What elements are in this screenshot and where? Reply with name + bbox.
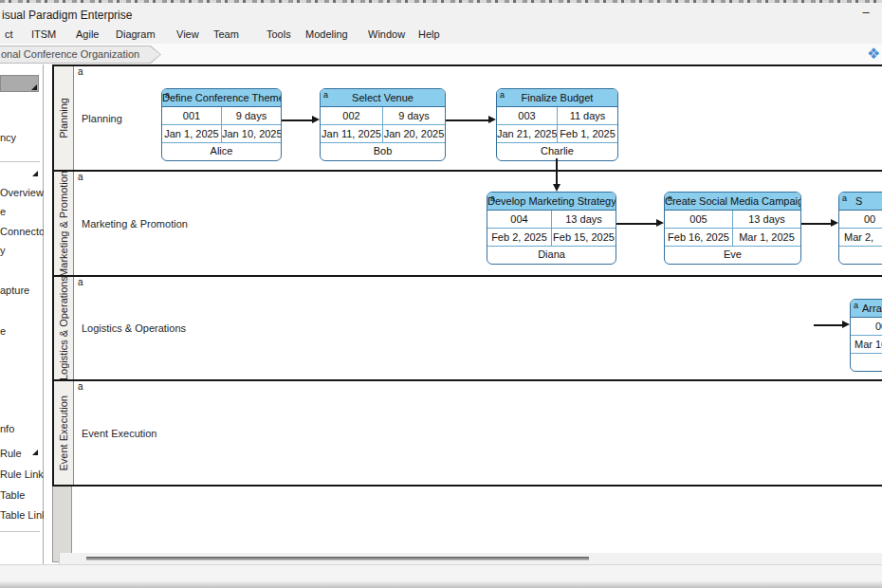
task-select-venue[interactable]: a Select Venue 002 9 days Jan 11, 2025 J…	[320, 88, 446, 161]
connector-004-005[interactable]	[616, 223, 656, 225]
task-duration: 11 days	[558, 107, 617, 124]
task-marker: a	[842, 193, 847, 203]
task-develop-marketing-strategy[interactable]: a Develop Marketing Strategy 004 13 days…	[487, 192, 616, 265]
lane-event-execution-header[interactable]: Event Execution	[54, 381, 74, 485]
task-start-date: Feb 16, 2025	[665, 229, 733, 246]
task-partial-marketing[interactable]: a S 00 Mar 2,	[838, 192, 882, 265]
lane-logistics-header[interactable]: Logistics & Operations	[54, 277, 74, 379]
task-end-date: Feb 1, 2025	[558, 125, 617, 142]
menu-window[interactable]: Window	[368, 28, 405, 40]
palette-item-overview[interactable]: Overview	[0, 187, 44, 198]
task-start-date: Mar 16	[851, 336, 882, 353]
palette-item[interactable]: e	[0, 325, 6, 337]
task-id: 001	[162, 107, 222, 124]
task-title: Finalize Budget	[497, 89, 617, 107]
palette-separator	[0, 161, 40, 162]
task-duration: 9 days	[383, 107, 445, 124]
lane-name-label: Logistics & Operations	[82, 322, 186, 334]
task-partial-logistics[interactable]: a Arra 00 Mar 16	[850, 299, 882, 372]
task-id: 005	[665, 211, 733, 228]
palette-item-connector[interactable]: Connector	[0, 226, 48, 237]
task-start-date: Jan 11, 2025	[321, 125, 383, 142]
arrowhead-icon	[488, 116, 496, 123]
menu-team[interactable]: Team	[213, 28, 239, 40]
lane-vertical-label: Logistics & Operations	[59, 277, 69, 379]
lane-vertical-label: Marketing & Promotion	[59, 172, 69, 275]
lane-marker: a	[78, 172, 83, 182]
menu-project[interactable]: ct	[5, 28, 13, 40]
task-owner	[851, 354, 882, 371]
menu-modeling[interactable]: Modeling	[305, 28, 348, 40]
menu-diagram[interactable]: Diagram	[116, 28, 156, 40]
lane-name-label: Event Execution	[82, 428, 157, 439]
task-owner: Bob	[321, 143, 445, 160]
palette-item[interactable]: y	[0, 245, 6, 256]
lane-marker: a	[78, 66, 83, 77]
horizontal-scrollbar-thumb[interactable]	[86, 557, 589, 560]
status-bar-bottom-strip	[0, 581, 882, 588]
menu-view[interactable]: View	[176, 28, 199, 40]
menu-bar: ct ITSM Agile Diagram View Team Tools Mo…	[0, 27, 882, 44]
task-end-date: Jan 20, 2025	[383, 125, 445, 142]
task-marker: a	[854, 301, 858, 310]
collaboration-icon[interactable]: ❖	[867, 45, 880, 63]
task-start-date: Feb 2, 2025	[487, 229, 552, 246]
connector-003-004[interactable]	[556, 158, 558, 184]
menu-agile[interactable]: Agile	[76, 28, 99, 40]
palette-item-table-link[interactable]: Table Link	[0, 509, 47, 521]
task-id: 002	[321, 107, 383, 124]
task-marker: a	[490, 193, 495, 203]
arrowhead-icon	[312, 116, 320, 123]
menu-itsm[interactable]: ITSM	[31, 28, 56, 40]
task-create-social-media-campaign[interactable]: a Create Social Media Campaign 005 13 da…	[664, 192, 801, 265]
task-title: Create Social Media Campaign	[665, 193, 800, 211]
diagram-tab-bar: onal Conference Organization ❖	[0, 44, 882, 64]
task-marker: a	[500, 90, 505, 100]
task-start-date: Jan 1, 2025	[162, 125, 222, 142]
lane-marker: a	[78, 277, 83, 287]
arrowhead-icon	[842, 321, 850, 328]
diagram-canvas[interactable]: Planning a Planning Marketing & Promotio…	[44, 64, 882, 564]
lane-vertical-label: Event Execution	[59, 395, 69, 471]
palette-item-dependency[interactable]: ncy	[0, 132, 16, 143]
palette-item-table[interactable]: Table	[0, 489, 25, 501]
palette-separator	[0, 531, 40, 532]
connector-002-003[interactable]	[446, 119, 488, 121]
lane-marketing-header[interactable]: Marketing & Promotion	[54, 172, 74, 275]
palette-item-rule-link[interactable]: Rule Link	[0, 469, 44, 480]
connector-005-006[interactable]	[801, 223, 831, 225]
palette-selected-tool[interactable]	[0, 75, 39, 92]
minimize-button[interactable]: –	[855, 5, 876, 24]
palette-item[interactable]: e	[0, 206, 6, 217]
palette-item-capture[interactable]: apture	[0, 285, 29, 296]
diagram-tab[interactable]: onal Conference Organization	[0, 46, 161, 64]
task-id: 004	[487, 211, 552, 228]
palette-item-rule[interactable]: Rule	[0, 448, 22, 459]
lane-event-execution[interactable]: Event Execution a Event Execution	[52, 379, 882, 487]
connector-001-002[interactable]	[282, 119, 312, 121]
palette-item-info[interactable]: nfo	[0, 423, 14, 434]
horizontal-scrollbar-track[interactable]	[59, 553, 882, 564]
arrowhead-icon	[656, 219, 664, 227]
tool-palette: ncy Overview e Connector y apture e nfo …	[0, 64, 44, 564]
task-id: 003	[497, 107, 558, 124]
task-duration: 13 days	[552, 211, 616, 228]
lane-logistics[interactable]: Logistics & Operations a Logistics & Ope…	[52, 275, 882, 381]
connector-006-007[interactable]	[814, 324, 842, 326]
task-start-date: Jan 21, 2025	[497, 125, 558, 142]
task-id: 00	[851, 318, 882, 335]
lane-logistics-body[interactable]: a Logistics & Operations	[74, 277, 882, 379]
task-finalize-budget[interactable]: a Finalize Budget 003 11 days Jan 21, 20…	[496, 88, 618, 161]
menu-help[interactable]: Help	[418, 28, 440, 40]
menu-tools[interactable]: Tools	[266, 28, 291, 40]
title-bar: isual Paradigm Enterprise –	[0, 3, 882, 27]
lane-planning-header[interactable]: Planning	[54, 66, 74, 170]
window-title: isual Paradigm Enterprise	[2, 9, 132, 22]
task-duration: 9 days	[222, 107, 281, 124]
task-owner: Eve	[665, 247, 800, 264]
task-define-conference-theme[interactable]: a Define Conference Theme 001 9 days Jan…	[161, 88, 282, 161]
task-marker: a	[323, 90, 328, 100]
lane-event-execution-body[interactable]: a Event Execution	[74, 381, 882, 485]
task-end-date: Jan 10, 2025	[222, 125, 281, 142]
lane-name-label: Planning	[82, 113, 122, 124]
